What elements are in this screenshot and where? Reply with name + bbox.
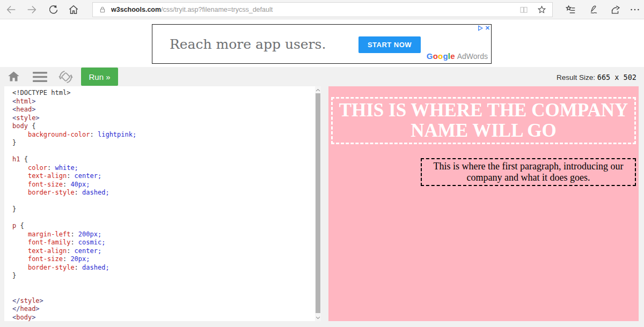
code-line: } <box>12 272 315 280</box>
code-editor[interactable]: <!DOCTYPE html><html><head><style>body {… <box>4 86 321 321</box>
result-size-value: 665 x 502 <box>597 73 636 81</box>
url-path: /css/tryit.asp?filename=trycss_default <box>161 6 273 13</box>
code-line: font-family: cosmic; <box>12 239 315 247</box>
code-line: text-align: center; <box>12 172 315 181</box>
menu-icon[interactable] <box>33 71 47 83</box>
code-line: } <box>12 205 315 214</box>
result-frame: THIS IS WHERE THE COMPANY NAME WILL GO T… <box>328 86 639 321</box>
scroll-up-icon[interactable] <box>315 86 321 93</box>
code-line: body { <box>12 122 315 131</box>
favorite-star-icon[interactable] <box>537 5 547 15</box>
code-line <box>12 214 315 222</box>
code-line: <body> <box>12 314 315 322</box>
code-line: font-size: 20px; <box>12 255 315 264</box>
code-line: border-style: dashed; <box>12 189 315 197</box>
result-size: Result Size: 665 x 502 <box>557 73 636 81</box>
code-line: <html> <box>12 98 315 106</box>
ad-brand: Google AdWords <box>427 51 488 61</box>
run-button[interactable]: Run » <box>81 68 118 86</box>
back-icon[interactable] <box>5 4 17 16</box>
web-note-icon[interactable] <box>588 4 600 16</box>
code-line <box>12 288 315 297</box>
code-line: } <box>12 139 315 147</box>
refresh-icon[interactable] <box>47 4 59 16</box>
forward-icon[interactable] <box>26 4 38 16</box>
code-line: </style> <box>12 297 315 306</box>
scrollbar-thumb[interactable] <box>316 93 320 313</box>
result-size-label: Result Size: <box>557 73 595 81</box>
code-line: margin-left: 200px; <box>12 231 315 239</box>
home-icon[interactable] <box>68 4 79 16</box>
tryit-workspace: Run » Result Size: 665 x 502 <!DOCTYPE h… <box>0 67 644 327</box>
more-options-icon[interactable] <box>629 4 641 16</box>
code-line: <head> <box>12 106 315 114</box>
result-heading: THIS IS WHERE THE COMPANY NAME WILL GO <box>331 97 636 144</box>
code-line: color: white; <box>12 164 315 173</box>
url-domain: w3schools.com <box>111 6 161 13</box>
address-bar[interactable]: w3schools.com/css/tryit.asp?filename=try… <box>92 2 553 17</box>
ad-banner[interactable]: Reach more app users. START NOW Google A… <box>152 24 492 64</box>
code-line: </head> <box>12 305 315 314</box>
adwords-label: AdWords <box>457 52 488 61</box>
code-line: font-size: 40px; <box>12 181 315 189</box>
code-line <box>12 280 315 289</box>
reading-view-icon[interactable] <box>518 5 529 14</box>
ad-close-icon[interactable]: ✕ <box>485 25 490 31</box>
scroll-down-icon[interactable] <box>315 314 321 321</box>
adchoices-icon[interactable] <box>478 25 484 31</box>
tryit-home-icon[interactable] <box>7 70 20 83</box>
share-icon[interactable] <box>610 4 621 16</box>
result-paragraph: This is where the first paragraph, intro… <box>421 158 636 186</box>
change-orientation-icon[interactable] <box>57 69 74 85</box>
google-logo: Google <box>427 51 455 61</box>
code-line: <!DOCTYPE html> <box>12 89 315 98</box>
editor-scrollbar[interactable] <box>315 86 321 321</box>
code-line: h1 { <box>12 155 315 164</box>
code-line: <style> <box>12 114 315 123</box>
ad-start-now-button[interactable]: START NOW <box>358 36 421 53</box>
browser-toolbar: w3schools.com/css/tryit.asp?filename=try… <box>0 0 644 19</box>
code-line: p { <box>12 222 315 231</box>
code-line: text-align: center; <box>12 247 315 256</box>
code-line <box>12 147 315 156</box>
url-text: w3schools.com/css/tryit.asp?filename=try… <box>111 6 518 13</box>
code-line <box>12 197 315 206</box>
code-line: background-color: lightpink; <box>12 131 315 139</box>
code-line: border-style: dashed; <box>12 264 315 272</box>
lock-icon <box>98 5 107 14</box>
ad-headline: Reach more app users. <box>170 36 326 52</box>
code-lines: <!DOCTYPE html><html><head><style>body {… <box>4 86 315 321</box>
ad-strip: Reach more app users. START NOW Google A… <box>0 19 644 67</box>
favorites-hub-icon[interactable] <box>565 4 576 16</box>
